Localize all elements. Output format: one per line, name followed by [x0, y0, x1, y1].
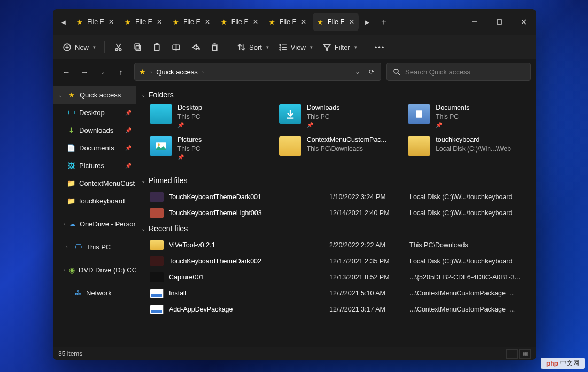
new-button[interactable]: New ▾ — [58, 38, 100, 56]
file-row[interactable]: Add-AppDevPackage12/7/2021 3:17 AM...\Co… — [139, 301, 536, 317]
pin-icon: 📌 — [125, 127, 131, 133]
file-date: 2/20/2022 2:22 AM — [329, 241, 409, 249]
tab-strip: ◀ ★File E✕★File E✕★File E✕★File E✕★File … — [53, 9, 462, 35]
back-button[interactable]: ← — [58, 64, 74, 80]
address-bar[interactable]: ★ › Quick access › ⌄ ⟳ — [134, 63, 381, 81]
sort-button[interactable]: Sort▾ — [233, 38, 273, 56]
group-header-folders[interactable]: ⌄ Folders — [139, 87, 536, 103]
file-row[interactable]: Install12/7/2021 5:10 AM...\ContextMenuC… — [139, 285, 536, 301]
folder-icon — [408, 136, 430, 156]
content-pane[interactable]: ⌄ Folders DesktopThis PC📌DownloadsThis P… — [136, 84, 536, 347]
copy-button[interactable] — [128, 38, 146, 56]
star-icon: ★ — [316, 18, 324, 26]
close-tab-button[interactable]: ✕ — [204, 18, 211, 26]
sidebar-onedrive[interactable]: › ☁ OneDrive - Personal — [53, 215, 136, 233]
paste-button[interactable] — [148, 38, 166, 56]
cut-button[interactable] — [109, 38, 127, 56]
close-tab-button[interactable]: ✕ — [300, 18, 307, 26]
view-button[interactable]: View▾ — [274, 38, 317, 56]
file-row[interactable]: TouchKeyboardThemeDark0011/10/2022 3:24 … — [139, 189, 536, 205]
tab[interactable]: ★File E✕ — [313, 13, 359, 31]
breadcrumb-location[interactable]: Quick access — [156, 68, 197, 76]
item-count: 35 items — [58, 350, 82, 358]
network-icon: 🖧 — [74, 289, 82, 298]
recent-locations-button[interactable]: ⌄ — [95, 64, 111, 80]
file-row[interactable]: ViVeTool-v0.2.12/20/2022 2:22 AMThis PC\… — [139, 237, 536, 253]
file-name: Capture001 — [169, 274, 329, 281]
sidebar-dvd-drive[interactable]: › ◉ DVD Drive (D:) CCCO — [53, 261, 136, 279]
sidebar-quick-access[interactable]: ⌄ ★ Quick access — [53, 86, 136, 104]
folder-item[interactable]: touchkeyboardLocal Disk (C:)\Win...\Web — [408, 135, 533, 165]
tab-scroll-right[interactable]: ▶ — [360, 19, 375, 25]
sidebar-item-label: touchkeyboard — [79, 197, 125, 205]
file-row[interactable]: Capture00112/13/2021 8:52 PM...\{5205DFB… — [139, 269, 536, 285]
large-icons-view-button[interactable]: ▦ — [519, 349, 531, 359]
folder-icon — [150, 240, 164, 250]
watermark-brand: php — [546, 360, 558, 367]
sidebar-this-pc[interactable]: › 🖵 This PC — [53, 238, 136, 256]
tab[interactable]: ★File E✕ — [72, 13, 118, 31]
details-view-button[interactable]: ≣ — [506, 349, 518, 359]
pin-icon: 📌 — [177, 154, 202, 161]
group-header-recent[interactable]: ⌄ Recent files — [139, 221, 536, 237]
svg-point-34 — [158, 143, 160, 146]
folder-location: This PC — [177, 112, 202, 121]
filter-button[interactable]: Filter▾ — [318, 38, 361, 56]
sidebar-item[interactable]: 📁touchkeyboard — [53, 192, 136, 210]
folder-item[interactable]: ContextMenuCustomPac...This PC\Downloads — [279, 135, 404, 165]
file-row[interactable]: TouchKeyboardThemeLight00312/14/2021 2:4… — [139, 205, 536, 221]
sidebar-item[interactable]: 🖵Desktop📌 — [53, 104, 136, 122]
svg-point-24 — [280, 47, 281, 48]
search-box[interactable]: Search Quick access — [386, 63, 531, 81]
downloads-icon — [279, 104, 301, 124]
sidebar-item[interactable]: ⬇Downloads📌 — [53, 122, 136, 139]
folder-item[interactable]: DownloadsThis PC📌 — [279, 103, 404, 133]
star-icon: ★ — [220, 18, 228, 26]
close-tab-button[interactable]: ✕ — [348, 18, 355, 26]
file-date: 12/7/2021 3:17 AM — [329, 306, 409, 313]
minimize-button[interactable] — [462, 9, 487, 35]
close-button[interactable] — [512, 9, 536, 35]
sidebar-item[interactable]: 📁ContextMenuCust — [53, 174, 136, 192]
file-location: Local Disk (C:)\W...\touchkeyboard — [409, 257, 536, 265]
folder-icon: 📁 — [67, 179, 75, 188]
folder-item[interactable]: PicturesThis PC📌 — [150, 135, 275, 165]
sidebar-item[interactable]: 📄Documents📌 — [53, 139, 136, 157]
folder-name: Pictures — [177, 135, 202, 145]
star-icon: ★ — [67, 91, 76, 100]
up-button[interactable]: ↑ — [113, 64, 129, 80]
tab[interactable]: ★File E✕ — [265, 13, 311, 31]
image-thumbnail — [150, 272, 164, 282]
sidebar-network[interactable]: › 🖧 Network — [53, 284, 136, 302]
tab[interactable]: ★File E✕ — [120, 13, 166, 31]
refresh-button[interactable]: ⟳ — [367, 68, 376, 75]
group-header-pinned[interactable]: ⌄ Pinned files — [139, 173, 536, 189]
address-dropdown-button[interactable]: ⌄ — [353, 68, 362, 75]
star-icon: ★ — [75, 18, 84, 26]
documents-icon — [408, 104, 430, 124]
chevron-down-icon: ⌄ — [57, 93, 64, 98]
close-tab-button[interactable]: ✕ — [156, 18, 163, 26]
file-row[interactable]: TouchKeyboardThemeDark00212/17/2021 2:35… — [139, 253, 536, 269]
sort-label: Sort — [249, 43, 262, 51]
delete-button[interactable] — [205, 38, 223, 56]
folder-item[interactable]: DocumentsThis PC📌 — [408, 103, 533, 133]
forward-button[interactable]: → — [76, 64, 92, 80]
close-tab-button[interactable]: ✕ — [107, 18, 115, 26]
rename-button[interactable] — [167, 38, 185, 56]
svg-rect-32 — [416, 110, 422, 118]
pin-icon: 📌 — [125, 145, 131, 151]
tab[interactable]: ★File E✕ — [168, 13, 214, 31]
cloud-icon: ☁ — [69, 220, 76, 229]
sidebar-item[interactable]: 🖼Pictures📌 — [53, 157, 136, 174]
folder-item[interactable]: DesktopThis PC📌 — [150, 103, 275, 133]
new-tab-button[interactable]: ＋ — [375, 17, 393, 28]
more-button[interactable]: ••• — [370, 38, 390, 56]
pictures-icon: 🖼 — [67, 162, 75, 170]
share-button[interactable] — [186, 38, 204, 56]
search-placeholder: Search Quick access — [405, 68, 470, 76]
close-tab-button[interactable]: ✕ — [252, 18, 259, 26]
maximize-button[interactable] — [487, 9, 512, 35]
tab[interactable]: ★File E✕ — [216, 13, 262, 31]
tab-scroll-left[interactable]: ◀ — [56, 19, 71, 25]
